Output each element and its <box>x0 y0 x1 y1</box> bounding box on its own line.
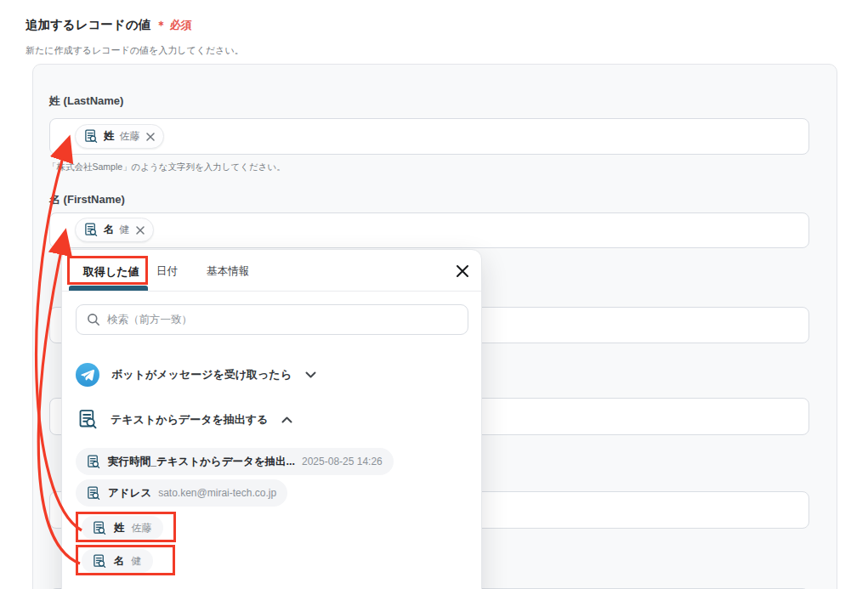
list-item-exec-time[interactable]: 実行時間_テキストからデータを抽出... 2025-08-25 14:26 <box>76 448 394 475</box>
item-label: 名 <box>114 554 125 569</box>
item-value: 2025-08-25 14:26 <box>302 456 383 467</box>
firstname-input[interactable] <box>49 212 809 248</box>
doc-search-icon <box>82 222 99 238</box>
group-label: ボットがメッセージを受け取ったら <box>111 367 292 382</box>
value-picker-popup: 取得した値 日付 基本情報 検索（前方一致） ボットがメッセージを受け取ったら … <box>61 249 482 589</box>
item-value: 健 <box>132 554 142 569</box>
search-icon <box>87 313 100 326</box>
search-placeholder: 検索（前方一致） <box>107 313 192 327</box>
telegram-icon <box>76 363 99 387</box>
field-helper-lastname: 「株式会社Sample」のような文字列を入力してください。 <box>48 161 286 173</box>
chip-value: 健 <box>120 223 130 237</box>
doc-search-icon <box>82 128 99 144</box>
group-extract-text[interactable]: テキストからデータを抽出する <box>76 408 292 431</box>
list-item-firstname[interactable]: 名 健 <box>82 549 153 573</box>
item-label: 姓 <box>114 521 125 535</box>
search-input[interactable]: 検索（前方一致） <box>76 304 468 335</box>
item-value: 佐藤 <box>132 521 152 535</box>
chip-remove-icon[interactable] <box>135 225 145 235</box>
item-label: アドレス <box>108 486 151 501</box>
tab-basic-info[interactable]: 基本情報 <box>207 264 249 279</box>
close-icon[interactable] <box>455 263 470 279</box>
list-item-lastname[interactable]: 姓 佐藤 <box>82 516 163 540</box>
chip-value: 佐藤 <box>120 129 140 144</box>
doc-search-icon <box>91 520 107 536</box>
section-heading: 追加するレコードの値＊ 必須 <box>26 17 192 33</box>
field-label-lastname: 姓 (LastName) <box>49 93 123 109</box>
field-label-firstname: 名 (FirstName) <box>49 192 125 207</box>
tabs-divider <box>62 291 481 292</box>
chip-remove-icon[interactable] <box>145 132 156 142</box>
doc-search-icon <box>85 454 101 470</box>
tab-date[interactable]: 日付 <box>156 264 178 279</box>
group-telegram-trigger[interactable]: ボットがメッセージを受け取ったら <box>76 363 316 387</box>
firstname-chip[interactable]: 名 健 <box>75 218 154 242</box>
item-value: sato.ken@mirai-tech.co.jp <box>158 487 276 499</box>
lastname-chip[interactable]: 姓 佐藤 <box>75 124 164 149</box>
chevron-up-icon[interactable] <box>281 416 292 423</box>
chip-label: 名 <box>104 223 115 237</box>
section-subtitle: 新たに作成するレコードの値を入力してください。 <box>26 44 244 57</box>
item-label: 実行時間_テキストからデータを抽出... <box>108 455 295 469</box>
doc-search-icon <box>91 553 107 569</box>
doc-search-icon <box>85 485 101 501</box>
required-badge: ＊ 必須 <box>156 19 192 31</box>
chevron-down-icon[interactable] <box>305 371 316 378</box>
group-label: テキストからデータを抽出する <box>111 412 268 428</box>
chip-label: 姓 <box>104 129 115 144</box>
record-values-page: 追加するレコードの値＊ 必須 新たに作成するレコードの値を入力してください。 姓… <box>0 0 868 589</box>
doc-search-icon <box>76 408 99 431</box>
list-item-address[interactable]: アドレス sato.ken@mirai-tech.co.jp <box>76 479 287 507</box>
tab-obtained-values[interactable]: 取得した値 <box>83 264 139 280</box>
